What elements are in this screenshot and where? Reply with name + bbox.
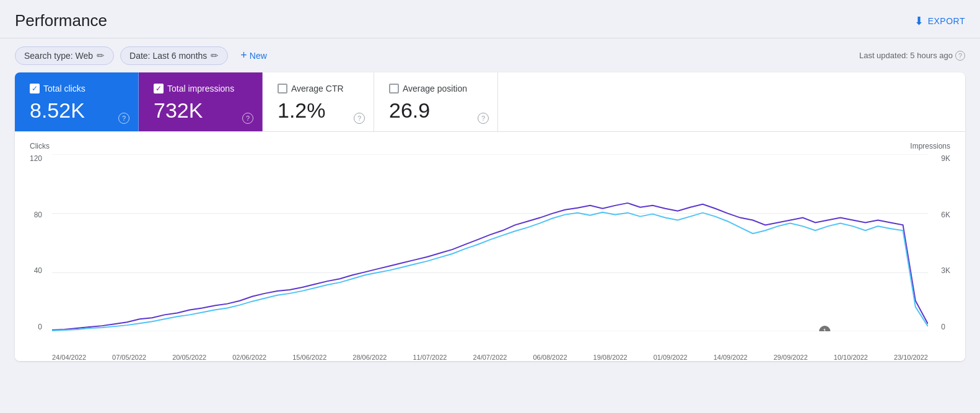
clicks-help-icon[interactable]: ? bbox=[118, 113, 129, 124]
y-right-tick-6k: 6K bbox=[941, 211, 950, 219]
chart-svg: 1 bbox=[52, 154, 928, 331]
position-label: Average position bbox=[403, 84, 467, 93]
impressions-metric-card[interactable]: ✓ Total impressions 732K ? bbox=[139, 72, 263, 131]
impressions-label: Total impressions bbox=[167, 84, 234, 93]
y-left-ticks: 120 80 40 0 bbox=[30, 154, 42, 331]
search-type-filter[interactable]: Search type: Web ✏ bbox=[15, 46, 114, 65]
new-label: New bbox=[250, 51, 267, 61]
edit-search-type-icon: ✏ bbox=[97, 50, 105, 61]
y-right-ticks: 9K 6K 3K 0 bbox=[941, 154, 950, 331]
date-filter[interactable]: Date: Last 6 months ✏ bbox=[120, 46, 228, 65]
impressions-line bbox=[52, 203, 928, 330]
metric-cards: ✓ Total clicks 8.52K ? ✓ Total impressio… bbox=[15, 72, 965, 132]
position-metric-card[interactable]: Average position 26.9 ? bbox=[374, 72, 498, 131]
clicks-metric-card[interactable]: ✓ Total clicks 8.52K ? bbox=[15, 72, 139, 131]
ctr-label: Average CTR bbox=[291, 84, 344, 93]
x-label-7: 24/07/2022 bbox=[473, 354, 507, 361]
new-filter-button[interactable]: + New bbox=[234, 46, 273, 65]
x-label-13: 10/10/2022 bbox=[834, 354, 868, 361]
x-label-1: 07/05/2022 bbox=[112, 354, 146, 361]
main-content: ✓ Total clicks 8.52K ? ✓ Total impressio… bbox=[15, 72, 965, 361]
clicks-label: Total clicks bbox=[43, 84, 85, 93]
y-left-label: Clicks bbox=[30, 142, 50, 150]
date-label: Date: Last 6 months bbox=[129, 51, 207, 61]
x-label-9: 19/08/2022 bbox=[593, 354, 628, 361]
page-container: Performance ⬇ EXPORT Search type: Web ✏ … bbox=[0, 0, 980, 361]
export-icon: ⬇ bbox=[914, 14, 924, 28]
ctr-metric-card[interactable]: Average CTR 1.2% ? bbox=[263, 72, 374, 131]
position-header: Average position bbox=[389, 84, 483, 93]
header: Performance ⬇ EXPORT bbox=[0, 0, 980, 38]
position-value: 26.9 bbox=[389, 98, 483, 123]
plus-icon: + bbox=[240, 49, 247, 62]
impressions-header: ✓ Total impressions bbox=[154, 84, 247, 93]
ctr-value: 1.2% bbox=[278, 98, 359, 123]
edit-date-icon: ✏ bbox=[211, 50, 219, 61]
y-left-tick-40: 40 bbox=[34, 266, 42, 275]
export-label: EXPORT bbox=[928, 16, 965, 26]
y-right-tick-3k: 3K bbox=[941, 266, 950, 275]
y-left-tick-80: 80 bbox=[34, 211, 42, 219]
x-label-2: 20/05/2022 bbox=[172, 354, 206, 361]
x-axis-labels: 24/04/2022 07/05/2022 20/05/2022 02/06/2… bbox=[52, 354, 928, 361]
tooltip-number: 1 bbox=[823, 328, 826, 331]
x-label-6: 11/07/2022 bbox=[413, 354, 447, 361]
x-label-8: 06/08/2022 bbox=[533, 354, 567, 361]
x-label-12: 29/09/2022 bbox=[774, 354, 808, 361]
position-help-icon[interactable]: ? bbox=[478, 113, 489, 124]
x-label-10: 01/09/2022 bbox=[654, 354, 688, 361]
last-updated-info-icon[interactable]: ? bbox=[955, 51, 965, 61]
chart-area: Clicks Impressions 120 80 40 0 9K 6K 3K … bbox=[15, 132, 965, 361]
ctr-header: Average CTR bbox=[278, 84, 359, 93]
x-label-0: 24/04/2022 bbox=[52, 354, 86, 361]
x-label-14: 23/10/2022 bbox=[894, 354, 928, 361]
clicks-line bbox=[52, 212, 928, 331]
x-label-3: 02/06/2022 bbox=[232, 354, 266, 361]
filter-left: Search type: Web ✏ Date: Last 6 months ✏… bbox=[15, 46, 273, 65]
y-left-tick-120: 120 bbox=[30, 154, 42, 163]
impressions-checkbox[interactable]: ✓ bbox=[154, 84, 164, 93]
filter-bar: Search type: Web ✏ Date: Last 6 months ✏… bbox=[0, 38, 980, 72]
y-right-label: Impressions bbox=[910, 142, 950, 150]
x-label-4: 15/06/2022 bbox=[292, 354, 326, 361]
y-left-tick-0: 0 bbox=[38, 323, 42, 331]
chart-svg-container: 1 bbox=[52, 154, 928, 331]
position-checkbox[interactable] bbox=[389, 84, 399, 93]
ctr-checkbox[interactable] bbox=[278, 84, 287, 93]
clicks-header: ✓ Total clicks bbox=[30, 84, 123, 93]
impressions-help-icon[interactable]: ? bbox=[242, 113, 253, 124]
clicks-value: 8.52K bbox=[30, 98, 123, 123]
search-type-label: Search type: Web bbox=[24, 51, 93, 61]
y-right-tick-9k: 9K bbox=[941, 154, 950, 163]
y-right-tick-0: 0 bbox=[941, 323, 945, 331]
page-title: Performance bbox=[15, 11, 107, 30]
last-updated-text: Last updated: 5 hours ago bbox=[859, 51, 953, 60]
last-updated-info: Last updated: 5 hours ago ? bbox=[859, 51, 965, 61]
x-label-11: 14/09/2022 bbox=[714, 354, 748, 361]
x-label-5: 28/06/2022 bbox=[352, 354, 387, 361]
clicks-checkbox[interactable]: ✓ bbox=[30, 84, 40, 93]
ctr-help-icon[interactable]: ? bbox=[354, 113, 365, 124]
export-button[interactable]: ⬇ EXPORT bbox=[914, 14, 965, 28]
impressions-value: 732K bbox=[154, 98, 247, 123]
